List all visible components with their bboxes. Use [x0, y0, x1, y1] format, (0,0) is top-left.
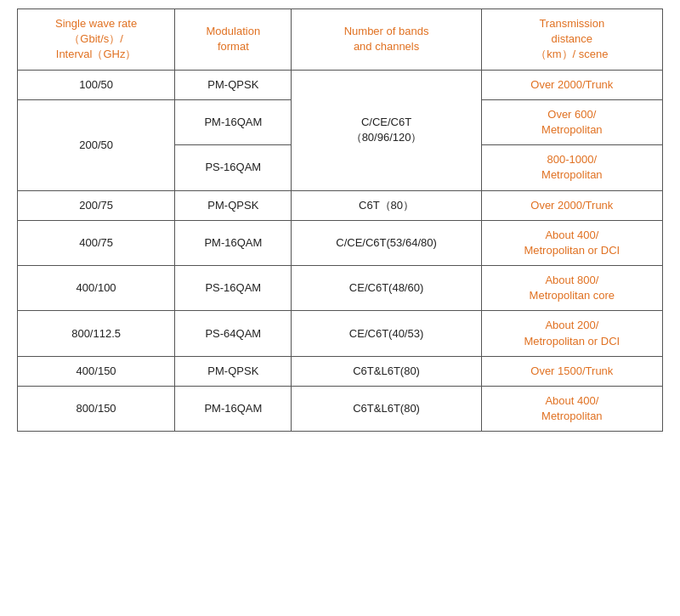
table-row: 800/112.5 PS-64QAM CE/C6T(40/53) About 2…: [18, 311, 663, 356]
header-modulation: Modulationformat: [175, 9, 292, 71]
bands-cell: C6T&L6T(80): [292, 356, 481, 386]
wave-rate-cell: 800/150: [18, 387, 175, 432]
wave-rate-cell: 400/150: [18, 356, 175, 386]
modulation-cell: PM-QPSK: [175, 70, 292, 99]
header-row: Single wave rate（Gbit/s）/Interval（GHz） M…: [18, 9, 663, 71]
distance-cell: Over 1500/Trunk: [481, 356, 662, 386]
distance-cell: About 400/Metropolitan or DCI: [481, 220, 662, 265]
table-row: 400/75 PM-16QAM C/CE/C6T(53/64/80) About…: [18, 220, 663, 265]
header-wave-rate: Single wave rate（Gbit/s）/Interval（GHz）: [18, 9, 175, 71]
modulation-cell: PS-16QAM: [175, 266, 292, 311]
table-row: 100/50 PM-QPSK C/CE/C6T（80/96/120） Over …: [18, 70, 663, 99]
modulation-cell: PM-16QAM: [175, 220, 292, 265]
bands-cell: C/CE/C6T（80/96/120）: [292, 70, 481, 190]
wave-rate-cell: 400/100: [18, 266, 175, 311]
wave-rate-cell: 800/112.5: [18, 311, 175, 356]
wave-rate-cell: 200/75: [18, 190, 175, 220]
table-row: 200/75 PM-QPSK C6T（80） Over 2000/Trunk: [18, 190, 663, 220]
modulation-cell: PM-16QAM: [175, 99, 292, 144]
main-table: Single wave rate（Gbit/s）/Interval（GHz） M…: [17, 8, 663, 432]
header-distance: Transmissiondistance（km）/ scene: [481, 9, 662, 71]
table-row: 400/100 PS-16QAM CE/C6T(48/60) About 800…: [18, 266, 663, 311]
header-bands: Number of bandsand channels: [292, 9, 481, 71]
modulation-cell: PS-64QAM: [175, 311, 292, 356]
bands-cell: C/CE/C6T(53/64/80): [292, 220, 481, 265]
bands-cell: CE/C6T(40/53): [292, 311, 481, 356]
distance-cell: About 800/Metropolitan core: [481, 266, 662, 311]
distance-cell: 800-1000/Metropolitan: [481, 145, 662, 190]
wave-rate-cell: 200/50: [18, 99, 175, 190]
table-row: 800/150 PM-16QAM C6T&L6T(80) About 400/M…: [18, 387, 663, 432]
distance-cell: About 400/Metropolitan: [481, 387, 662, 432]
table-row: 400/150 PM-QPSK C6T&L6T(80) Over 1500/Tr…: [18, 356, 663, 386]
modulation-cell: PS-16QAM: [175, 145, 292, 190]
modulation-cell: PM-16QAM: [175, 387, 292, 432]
bands-cell: CE/C6T(48/60): [292, 266, 481, 311]
distance-cell: Over 2000/Trunk: [481, 70, 662, 99]
distance-cell: About 200/Metropolitan or DCI: [481, 311, 662, 356]
wave-rate-cell: 400/75: [18, 220, 175, 265]
bands-cell: C6T&L6T(80): [292, 387, 481, 432]
table-body: 100/50 PM-QPSK C/CE/C6T（80/96/120） Over …: [18, 70, 663, 432]
modulation-cell: PM-QPSK: [175, 190, 292, 220]
modulation-cell: PM-QPSK: [175, 356, 292, 386]
bands-cell: C6T（80）: [292, 190, 481, 220]
distance-cell: Over 2000/Trunk: [481, 190, 662, 220]
wave-rate-cell: 100/50: [18, 70, 175, 99]
distance-cell: Over 600/Metropolitan: [481, 99, 662, 144]
